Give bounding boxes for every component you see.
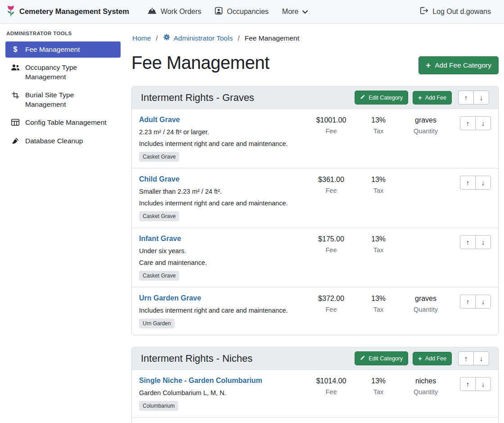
up-arrow-icon: ↑	[466, 179, 470, 186]
down-arrow-icon: ↓	[482, 119, 485, 127]
fee-amount-label: Fee	[305, 306, 358, 313]
move-fee-up-button[interactable]: ↑	[460, 377, 476, 391]
fee-info: Urn Garden Grave Includes interment righ…	[139, 294, 305, 328]
dollar-icon: $	[11, 46, 20, 53]
sidebar-item-burial-site-type[interactable]: Burial Site Type Management	[5, 87, 121, 113]
fee-amount-col: $175.00 Fee	[305, 235, 358, 254]
fee-tax: 13%	[358, 295, 399, 303]
person-frame-icon	[215, 7, 223, 17]
sidebar-item-database-cleanup[interactable]: Database Cleanup	[5, 133, 121, 149]
category-reorder-controls: ↑ ↓	[458, 351, 489, 365]
fee-type-badge: Columbarium	[139, 401, 178, 411]
move-category-down-button[interactable]: ↓	[473, 91, 489, 105]
breadcrumb-separator: /	[238, 34, 239, 42]
sidebar-item-occupancy-type[interactable]: Occupancy Type Management	[5, 59, 121, 85]
fee-quantity-col: niches Quantity	[399, 377, 452, 396]
fee-tax-col: 13% Tax	[358, 377, 399, 396]
fee-row: Child Grave Smaller than 2.23 m² / 24 ft…	[132, 168, 498, 228]
fee-description-line: Includes interment right and care and ma…	[139, 140, 305, 147]
move-category-up-button[interactable]: ↑	[458, 91, 474, 105]
sidebar-item-fee-management[interactable]: $ Fee Management	[5, 41, 121, 58]
app-brand[interactable]: Cemetery Management System	[6, 5, 129, 18]
move-fee-up-button[interactable]: ↑	[460, 116, 476, 130]
add-fee-button[interactable]: + Add Fee	[413, 91, 452, 105]
add-fee-button[interactable]: + Add Fee	[413, 352, 452, 365]
fee-amount-label: Fee	[305, 187, 358, 194]
move-fee-down-button[interactable]: ↓	[475, 176, 491, 190]
users-icon	[11, 64, 20, 71]
fee-name-link[interactable]: Single Niche - Garden Columbarium	[139, 377, 262, 384]
up-arrow-icon: ↑	[466, 380, 470, 388]
breadcrumb-admin-tools-label: Administrator Tools	[174, 34, 233, 42]
plus-icon: +	[418, 355, 422, 362]
move-fee-up-button[interactable]: ↑	[460, 295, 476, 309]
fee-tax-col: 13% Tax	[358, 294, 399, 313]
pencil-icon	[360, 94, 365, 101]
fee-quantity-col	[399, 235, 452, 235]
fee-tax-label: Tax	[358, 127, 399, 135]
hard-hat-icon	[148, 7, 157, 17]
fee-quantity-unit: niches	[399, 377, 452, 385]
breadcrumb-home-link[interactable]: Home	[132, 34, 151, 42]
fee-name-link[interactable]: Infant Grave	[139, 235, 181, 242]
fee-info: Single Niche - Garden Columbarium Garden…	[139, 377, 305, 411]
move-category-down-button[interactable]: ↓	[473, 351, 489, 365]
crop-icon	[11, 91, 20, 99]
nav-occupancies[interactable]: Occupancies	[208, 3, 275, 20]
move-fee-up-button[interactable]: ↑	[460, 235, 476, 249]
fee-tax: 13%	[358, 116, 399, 124]
fee-name-link[interactable]: Urn Garden Grave	[139, 294, 201, 302]
nav-more[interactable]: More	[275, 4, 315, 19]
logout-link[interactable]: Log Out d.gowans	[413, 3, 498, 20]
fee-reorder-controls: ↑ ↓	[460, 235, 491, 249]
fee-amount-col: $1014.00 Fee	[305, 377, 358, 396]
sidebar-item-label: Database Cleanup	[25, 136, 83, 146]
fee-tax-col: 13% Tax	[358, 175, 399, 194]
move-fee-down-button[interactable]: ↓	[475, 116, 491, 130]
move-fee-down-button[interactable]: ↓	[475, 295, 491, 309]
fee-description-line: Garden Columbarium L, M, N.	[139, 389, 305, 396]
top-navbar: Cemetery Management System Work Orders O…	[0, 0, 504, 23]
fee-description-line: Smaller than 2.23 m² / 24 ft².	[139, 188, 305, 195]
nav-work-orders[interactable]: Work Orders	[141, 3, 208, 20]
up-arrow-icon: ↑	[466, 119, 470, 127]
move-fee-down-button[interactable]: ↓	[475, 377, 491, 391]
fee-amount-col: $1001.00 Fee	[305, 116, 358, 135]
fee-description-line: Includes interment right and care and ma…	[139, 200, 305, 207]
fee-type-badge: Casket Grave	[139, 152, 179, 162]
category-header: Interment Rights - Graves Edit Category …	[132, 86, 498, 109]
fee-quantity-label: Quantity	[399, 388, 452, 396]
fee-category-card: Interment Rights - Niches Edit Category …	[131, 347, 499, 423]
move-category-up-button[interactable]: ↑	[458, 351, 474, 365]
move-fee-down-button[interactable]: ↓	[475, 235, 491, 249]
breadcrumb-separator: /	[156, 34, 158, 42]
fee-name-link[interactable]: Adult Grave	[139, 116, 180, 123]
fee-description-line: Includes interment right and care and ma…	[139, 307, 305, 314]
sidebar-item-config-table[interactable]: Config Table Management	[5, 114, 121, 131]
fee-quantity-unit: graves	[399, 116, 452, 124]
up-arrow-icon: ↑	[464, 355, 468, 362]
fee-tax-col: 13% Tax	[358, 116, 399, 135]
down-arrow-icon: ↓	[482, 380, 485, 388]
add-fee-label: Add Fee	[425, 355, 446, 362]
fee-amount: $361.00	[305, 176, 358, 184]
breadcrumb-admin-tools-link[interactable]: Administrator Tools	[163, 33, 233, 43]
sidebar-item-label: Burial Site Type Management	[25, 91, 115, 109]
down-arrow-icon: ↓	[480, 355, 483, 362]
plus-icon: +	[418, 95, 422, 101]
breadcrumb: Home / Administrator Tool	[132, 33, 499, 43]
add-fee-category-button[interactable]: + Add Fee Category	[418, 56, 499, 74]
move-fee-up-button[interactable]: ↑	[460, 176, 476, 190]
fee-tax-label: Tax	[358, 388, 399, 396]
fee-amount-label: Fee	[305, 127, 358, 135]
pencil-icon	[360, 355, 365, 362]
fee-reorder-controls: ↑ ↓	[460, 377, 491, 391]
fee-tax-label: Tax	[358, 187, 399, 194]
fee-tax-label: Tax	[358, 246, 399, 254]
fee-name-link[interactable]: Child Grave	[139, 175, 180, 183]
down-arrow-icon: ↓	[482, 298, 485, 305]
edit-category-button[interactable]: Edit Category	[355, 91, 408, 105]
fee-row: Urn Garden Grave Includes interment righ…	[132, 287, 498, 335]
edit-category-button[interactable]: Edit Category	[355, 351, 408, 365]
down-arrow-icon: ↓	[482, 179, 485, 186]
